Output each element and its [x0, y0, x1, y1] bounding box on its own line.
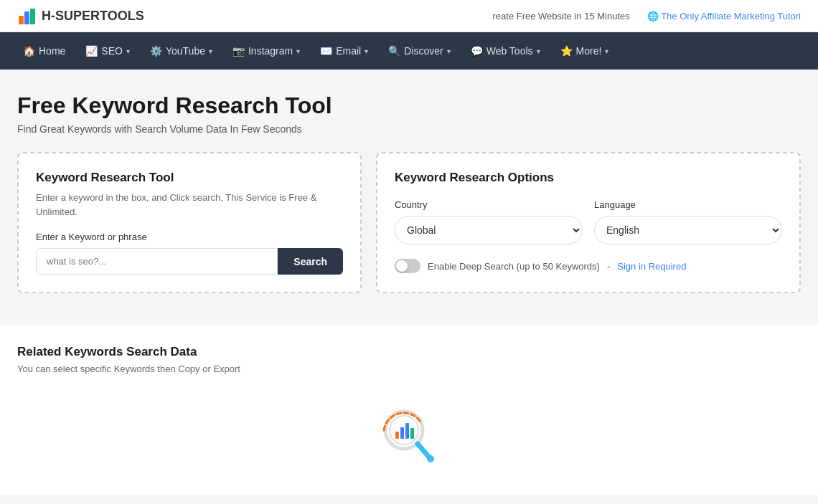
svg-rect-8	[405, 423, 409, 439]
chevron-down-icon-4: ▾	[365, 47, 368, 55]
chevron-down-icon: ▾	[126, 47, 130, 55]
nav-item-home[interactable]: 🏠 Home	[14, 41, 74, 61]
nav-item-instagram[interactable]: 📷 Instagram ▾	[224, 41, 309, 61]
chevron-down-icon-3: ▾	[296, 47, 300, 55]
nav-label-more: More!	[576, 45, 602, 57]
nav-label-seo: SEO	[101, 45, 123, 57]
nav-item-email[interactable]: ✉️ Email ▾	[311, 41, 377, 61]
illustration	[17, 396, 801, 475]
nav-item-more[interactable]: ⭐ More! ▾	[552, 41, 618, 61]
options-card: Keyword Research Options Country Global …	[376, 152, 801, 293]
nav-label-email: Email	[336, 45, 361, 57]
navbar: 🏠 Home 📈 SEO ▾ ⚙️ YouTube ▾ 📷 Instagram …	[0, 32, 818, 70]
svg-rect-9	[410, 428, 414, 439]
chevron-down-icon-7: ▾	[605, 47, 608, 55]
country-label: Country	[395, 199, 583, 210]
email-icon: ✉️	[320, 45, 332, 57]
keyword-tool-card-title: Keyword Research Tool	[36, 171, 343, 185]
chevron-down-icon-6: ▾	[537, 47, 540, 55]
chevron-down-icon-5: ▾	[447, 47, 451, 55]
svg-point-11	[427, 455, 434, 462]
options-row: Country Global United States United King…	[395, 199, 782, 244]
related-keywords-desc: You can select specific Keywords then Co…	[17, 363, 801, 374]
related-keywords-section: Related Keywords Search Data You can sel…	[0, 325, 818, 495]
related-keywords-title: Related Keywords Search Data	[17, 345, 801, 359]
search-illustration-icon	[377, 403, 441, 467]
options-card-title: Keyword Research Options	[395, 171, 782, 185]
announcement-bar: H-SUPERTOOLS reate Free Website in 15 Mi…	[0, 0, 818, 32]
webtools-icon: 💬	[471, 45, 483, 57]
search-button[interactable]: Search	[278, 248, 343, 275]
page-title: Free Keyword Research Tool	[17, 92, 801, 119]
svg-rect-3	[30, 9, 35, 24]
keyword-tool-card: Keyword Research Tool Enter a keyword in…	[17, 152, 362, 293]
country-option-group: Country Global United States United King…	[395, 199, 583, 244]
svg-rect-6	[395, 432, 399, 439]
nav-item-youtube[interactable]: ⚙️ YouTube ▾	[141, 41, 221, 61]
deep-search-label: Enable Deep Search (up to 50 Keywords)	[428, 261, 600, 272]
keyword-input-label: Enter a Keyword or phrase	[36, 232, 343, 242]
nav-label-home: Home	[39, 45, 65, 57]
toggle-row: Enable Deep Search (up to 50 Keywords) -…	[395, 259, 782, 273]
announcement-links: reate Free Website in 15 Minutes 🌐 The O…	[493, 11, 801, 22]
svg-rect-1	[19, 16, 24, 24]
cards-row: Keyword Research Tool Enter a keyword in…	[17, 152, 801, 293]
nav-label-instagram: Instagram	[248, 45, 293, 57]
discover-icon: 🔍	[388, 45, 400, 57]
youtube-icon: ⚙️	[150, 45, 162, 57]
globe-icon: 🌐	[647, 11, 661, 22]
home-icon: 🏠	[23, 45, 35, 57]
instagram-icon: 📷	[232, 45, 245, 57]
svg-rect-2	[24, 11, 29, 24]
main-content: Free Keyword Research Tool Find Great Ke…	[0, 70, 818, 310]
more-icon: ⭐	[560, 45, 573, 57]
announcement-link-1[interactable]: reate Free Website in 15 Minutes	[493, 11, 630, 22]
seo-icon: 📈	[85, 45, 98, 57]
page-subtitle: Find Great Keywords with Search Volume D…	[17, 123, 801, 135]
nav-item-seo[interactable]: 📈 SEO ▾	[77, 41, 138, 61]
chevron-down-icon-2: ▾	[209, 47, 212, 55]
announcement-link-2[interactable]: 🌐 The Only Affiliate Marketing Tutori	[647, 11, 801, 22]
logo-icon	[17, 6, 37, 26]
logo[interactable]: H-SUPERTOOLS	[17, 6, 144, 26]
language-label: Language	[594, 199, 782, 210]
country-select[interactable]: Global United States United Kingdom Cana…	[395, 216, 583, 244]
sign-in-link[interactable]: Sign in Required	[617, 261, 686, 272]
svg-rect-7	[400, 427, 404, 439]
deep-search-separator: -	[607, 261, 610, 272]
language-select[interactable]: English Spanish French German Portuguese	[594, 216, 782, 244]
search-row: Search	[36, 248, 343, 275]
keyword-search-input[interactable]	[36, 248, 278, 275]
language-option-group: Language English Spanish French German P…	[594, 199, 782, 244]
nav-label-webtools: Web Tools	[486, 45, 533, 57]
deep-search-toggle[interactable]	[395, 259, 420, 273]
nav-item-webtools[interactable]: 💬 Web Tools ▾	[462, 41, 549, 61]
nav-label-youtube: YouTube	[166, 45, 205, 57]
nav-label-discover: Discover	[404, 45, 443, 57]
logo-text: H-SUPERTOOLS	[42, 9, 144, 24]
nav-item-discover[interactable]: 🔍 Discover ▾	[380, 41, 459, 61]
keyword-tool-card-desc: Enter a keyword in the box, and Click se…	[36, 191, 343, 219]
